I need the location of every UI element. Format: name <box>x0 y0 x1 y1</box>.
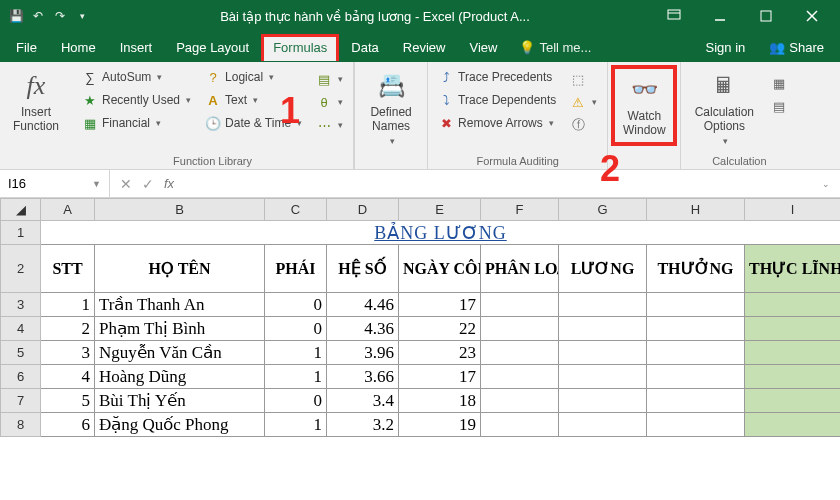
column-headers[interactable]: ◢ A B C D E F G H I <box>1 199 841 221</box>
financial-button[interactable]: ▦Financial▾ <box>78 113 195 133</box>
undo-icon[interactable]: ↶ <box>30 8 46 24</box>
financial-icon: ▦ <box>82 115 98 131</box>
cancel-formula-icon[interactable]: ✕ <box>120 176 132 192</box>
row-header: 1 <box>1 221 41 245</box>
tab-insert[interactable]: Insert <box>108 34 165 61</box>
watch-window-icon: 👓 <box>627 73 661 107</box>
error-checking-button[interactable]: ⚠▾ <box>566 92 601 112</box>
lookup-icon: ▤ <box>316 71 332 87</box>
annotation-2: 2 <box>600 148 620 190</box>
qat-dropdown-icon[interactable]: ▾ <box>74 8 90 24</box>
title-row[interactable]: 1 BẢNG LƯƠNG <box>1 221 841 245</box>
select-all-triangle[interactable]: ◢ <box>1 199 41 221</box>
col-header: D <box>327 199 399 221</box>
tab-view[interactable]: View <box>457 34 509 61</box>
col-header: E <box>399 199 481 221</box>
enter-formula-icon[interactable]: ✓ <box>142 176 154 192</box>
trace-dependents-button[interactable]: ⤵Trace Dependents <box>434 90 560 110</box>
bulb-icon: 💡 <box>519 40 535 55</box>
calculate-sheet-button[interactable]: ▤ <box>767 96 791 116</box>
defined-names-icon: 📇 <box>374 69 408 103</box>
table-row[interactable]: 8 6 Đặng Quốc Phong 1 3.2 19 <box>1 413 841 437</box>
tab-home[interactable]: Home <box>49 34 108 61</box>
worksheet-grid[interactable]: ◢ A B C D E F G H I 1 BẢNG LƯƠNG 2 STT H… <box>0 198 840 437</box>
share-icon: 👥 <box>769 40 785 55</box>
col-header: C <box>265 199 327 221</box>
chevron-down-icon: ▾ <box>157 72 162 82</box>
watch-window-button[interactable]: 👓 Watch Window <box>611 65 677 146</box>
name-box[interactable]: I16▼ <box>0 170 110 197</box>
svg-rect-3 <box>761 11 771 21</box>
tab-review[interactable]: Review <box>391 34 458 61</box>
row-header: 2 <box>1 245 41 293</box>
math-button[interactable]: θ▾ <box>312 92 347 112</box>
chevron-down-icon: ▼ <box>92 179 101 189</box>
calculation-options-icon: 🖩 <box>707 69 741 103</box>
title-bar: 💾 ↶ ↷ ▾ Bài tập thực hành về bảng lương … <box>0 0 840 32</box>
lookup-button[interactable]: ▤▾ <box>312 69 347 89</box>
quick-access-toolbar: 💾 ↶ ↷ ▾ <box>0 8 98 24</box>
more-functions-button[interactable]: ⋯▾ <box>312 115 347 135</box>
clock-icon: 🕒 <box>205 115 221 131</box>
evaluate-formula-button[interactable]: ⓕ <box>566 115 601 135</box>
calculation-options-button[interactable]: 🖩 Calculation Options▾ <box>687 65 761 151</box>
chevron-down-icon: ▾ <box>186 95 191 105</box>
recently-used-button[interactable]: ★Recently Used▾ <box>78 90 195 110</box>
trace-precedents-button[interactable]: ⤴Trace Precedents <box>434 67 560 87</box>
table-row[interactable]: 6 4 Hoàng Dũng 1 3.66 17 <box>1 365 841 389</box>
sheet-title-cell: BẢNG LƯƠNG <box>41 221 841 245</box>
autosum-button[interactable]: ∑AutoSum▾ <box>78 67 195 87</box>
tab-formulas[interactable]: Formulas <box>261 34 339 61</box>
text-icon: A <box>205 92 221 108</box>
table-row[interactable]: 5 3 Nguyễn Văn Cần 1 3.96 23 <box>1 341 841 365</box>
show-formulas-icon: ⬚ <box>570 71 586 87</box>
table-row[interactable]: 3 1 Trần Thanh An 0 4.46 17 <box>1 293 841 317</box>
row-header: 3 <box>1 293 41 317</box>
col-header: B <box>95 199 265 221</box>
ribbon-options-icon[interactable] <box>652 2 696 30</box>
trace-dependents-icon: ⤵ <box>438 92 454 108</box>
logical-button[interactable]: ?Logical▾ <box>201 67 306 87</box>
logical-icon: ? <box>205 69 221 85</box>
table-row[interactable]: 7 5 Bùi Thị Yến 0 3.4 18 <box>1 389 841 413</box>
tab-page-layout[interactable]: Page Layout <box>164 34 261 61</box>
save-icon[interactable]: 💾 <box>8 8 24 24</box>
redo-icon[interactable]: ↷ <box>52 8 68 24</box>
tab-data[interactable]: Data <box>339 34 390 61</box>
row-header: 6 <box>1 365 41 389</box>
tab-file[interactable]: File <box>4 34 49 61</box>
insert-function-button[interactable]: fx Insert Function <box>6 65 66 138</box>
table-row[interactable]: 4 2 Phạm Thị Bình 0 4.36 22 <box>1 317 841 341</box>
fx-icon: fx <box>19 69 53 103</box>
calc-sheet-icon: ▤ <box>771 98 787 114</box>
tell-me-search[interactable]: 💡Tell me... <box>509 34 601 61</box>
formula-bar: I16▼ ✕ ✓ fx ⌄ <box>0 170 840 198</box>
header-row[interactable]: 2 STT HỌ TÊN PHÁI HỆ SỐ NGÀY CÔNG PHÂN L… <box>1 245 841 293</box>
window-controls <box>652 2 840 30</box>
expand-formula-bar-icon[interactable]: ⌄ <box>822 179 830 189</box>
defined-names-button[interactable]: 📇 Defined Names▾ <box>361 65 421 151</box>
calculate-now-button[interactable]: ▦ <box>767 73 791 93</box>
row-header: 8 <box>1 413 41 437</box>
chevron-down-icon: ▾ <box>253 95 258 105</box>
sign-in-link[interactable]: Sign in <box>694 34 758 61</box>
theta-icon: θ <box>316 94 332 110</box>
annotation-1: 1 <box>280 90 300 132</box>
group-label-calculation: Calculation <box>687 153 791 167</box>
col-header: G <box>559 199 647 221</box>
maximize-button[interactable] <box>744 2 788 30</box>
fx-icon[interactable]: fx <box>164 176 174 191</box>
ribbon-tabs: File Home Insert Page Layout Formulas Da… <box>0 32 840 62</box>
row-header: 5 <box>1 341 41 365</box>
close-button[interactable] <box>790 2 834 30</box>
minimize-button[interactable] <box>698 2 742 30</box>
trace-precedents-icon: ⤴ <box>438 69 454 85</box>
share-button[interactable]: 👥Share <box>757 34 836 61</box>
evaluate-icon: ⓕ <box>570 117 586 133</box>
row-header: 7 <box>1 389 41 413</box>
col-header: F <box>481 199 559 221</box>
show-formulas-button[interactable]: ⬚ <box>566 69 601 89</box>
col-header: A <box>41 199 95 221</box>
remove-arrows-button[interactable]: ✖Remove Arrows▾ <box>434 113 560 133</box>
window-title: Bài tập thực hành về bảng lương - Excel … <box>98 9 652 24</box>
